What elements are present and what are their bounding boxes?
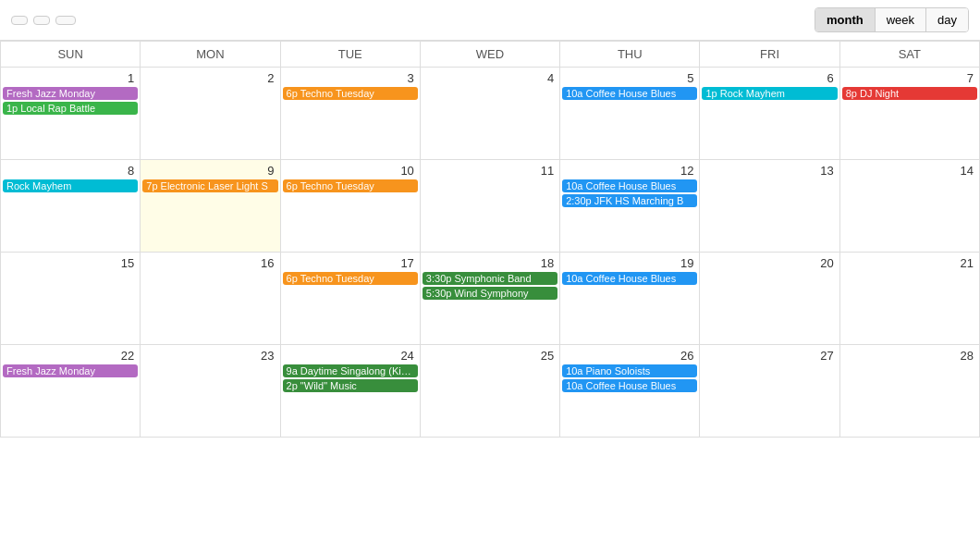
calendar-event[interactable]: 8p DJ Night [842,87,977,100]
view-switcher: month week day [815,7,969,32]
day-number: 14 [842,162,977,179]
day-number: 15 [3,254,138,272]
calendar-cell[interactable]: 1910a Coffee House Blues [560,253,700,345]
day-number: 11 [423,162,557,179]
day-of-week-header: TUE [280,42,420,68]
day-number: 22 [3,347,138,364]
day-number: 20 [702,254,837,272]
calendar-event[interactable]: 6p Techno Tuesday [283,179,418,192]
calendar-cell[interactable]: 2610a Piano Soloists10a Coffee House Blu… [560,345,700,438]
calendar-cell[interactable]: 249a Daytime Singalong (Ki…2p "Wild" Mus… [280,345,420,438]
nav-controls [11,16,76,25]
calendar-event[interactable]: Rock Mayhem [3,179,138,192]
calendar-event[interactable]: 10a Piano Soloists [562,364,697,377]
day-number: 23 [142,347,277,364]
calendar-cell[interactable]: 97p Electronic Laser Light S [141,160,280,253]
day-number: 5 [562,69,697,87]
calendar-cell[interactable]: 1210a Coffee House Blues2:30p JFK HS Mar… [560,160,700,253]
day-number: 4 [423,69,557,87]
day-of-week-header: THU [560,42,700,68]
day-number: 6 [702,69,837,87]
day-number: 13 [702,162,837,179]
calendar-cell[interactable]: 28 [839,345,979,438]
calendar-cell[interactable]: 36p Techno Tuesday [280,68,420,160]
calendar-grid: SUNMONTUEWEDTHUFRISAT 1Fresh Jazz Monday… [0,41,980,438]
day-of-week-header: FRI [700,42,839,68]
day-of-week-header: MON [141,42,280,68]
calendar-event[interactable]: 7p Electronic Laser Light S [142,179,277,192]
day-number: 2 [142,69,277,87]
calendar-cell[interactable]: 61p Rock Mayhem [700,68,839,160]
calendar-cell[interactable]: 25 [420,345,559,438]
calendar-cell[interactable]: 2 [141,68,280,160]
calendar-cell[interactable]: 15 [1,253,141,345]
day-number: 25 [423,347,557,364]
day-number: 8 [3,162,138,179]
calendar-event[interactable]: 5:30p Wind Symphony [423,287,557,300]
day-of-week-header: SAT [839,42,979,68]
day-of-week-header: WED [420,42,559,68]
calendar-cell[interactable]: 13 [700,160,839,253]
calendar-header: month week day [0,0,980,41]
calendar-event[interactable]: Fresh Jazz Monday [3,87,138,100]
calendar-event[interactable]: 10a Coffee House Blues [562,272,697,285]
calendar-cell[interactable]: 14 [839,160,979,253]
calendar-event[interactable]: 10a Coffee House Blues [562,379,697,392]
day-number: 10 [283,162,418,179]
calendar-cell[interactable]: 183:30p Symphonic Band5:30p Wind Symphon… [420,253,559,345]
calendar-cell[interactable]: 23 [141,345,280,438]
calendar-event[interactable]: 2p "Wild" Music [283,379,418,392]
calendar-cell[interactable]: 106p Techno Tuesday [280,160,420,253]
day-number: 28 [842,347,977,364]
calendar-event[interactable]: 6p Techno Tuesday [283,272,418,285]
day-number: 17 [283,254,418,272]
day-number: 27 [702,347,837,364]
calendar-event[interactable]: 2:30p JFK HS Marching B [562,194,697,207]
calendar-cell[interactable]: 21 [839,253,979,345]
calendar-cell[interactable]: 11 [420,160,559,253]
next-button[interactable] [33,16,50,25]
day-number: 18 [423,254,557,272]
day-number: 26 [562,347,697,364]
day-number: 19 [562,254,697,272]
day-number: 16 [142,254,277,272]
calendar-event[interactable]: 9a Daytime Singalong (Ki… [283,364,418,377]
calendar-cell[interactable]: 78p DJ Night [839,68,979,160]
calendar-event[interactable]: 1p Rock Mayhem [702,87,837,100]
calendar-event[interactable]: 3:30p Symphonic Band [423,272,557,285]
calendar-cell[interactable]: 1Fresh Jazz Monday1p Local Rap Battle [1,68,141,160]
calendar-cell[interactable]: 20 [700,253,839,345]
day-number: 9 [142,162,277,179]
calendar-cell[interactable]: 4 [420,68,559,160]
calendar-event[interactable]: 10a Coffee House Blues [562,179,697,192]
calendar-event[interactable]: 6p Techno Tuesday [283,87,418,100]
calendar-event[interactable]: Fresh Jazz Monday [3,364,138,377]
calendar-cell[interactable]: 27 [700,345,839,438]
today-button[interactable] [55,16,76,25]
week-view-button[interactable]: week [876,8,926,31]
day-of-week-header: SUN [1,42,141,68]
calendar-event[interactable]: 10a Coffee House Blues [562,87,697,100]
calendar-cell[interactable]: 176p Techno Tuesday [280,253,420,345]
calendar-cell[interactable]: 510a Coffee House Blues [560,68,700,160]
day-view-button[interactable]: day [926,8,968,31]
calendar-cell[interactable]: 8Rock Mayhem [1,160,141,253]
day-number: 1 [3,69,138,87]
month-view-button[interactable]: month [815,8,876,31]
day-number: 24 [283,347,418,364]
calendar-cell[interactable]: 16 [141,253,280,345]
day-number: 21 [842,254,977,272]
prev-button[interactable] [11,16,28,25]
calendar-cell[interactable]: 22Fresh Jazz Monday [1,345,141,438]
day-number: 12 [562,162,697,179]
calendar-event[interactable]: 1p Local Rap Battle [3,102,138,115]
day-number: 7 [842,69,977,87]
day-number: 3 [283,69,418,87]
